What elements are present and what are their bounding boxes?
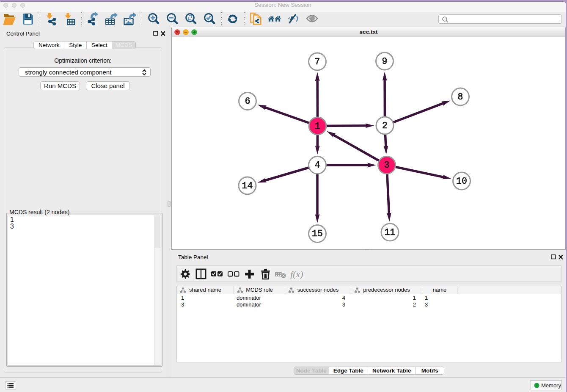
svg-text:9: 9	[382, 56, 388, 66]
svg-text:f(x): f(x)	[290, 269, 303, 279]
svg-text:4: 4	[315, 160, 320, 170]
svg-text:15: 15	[312, 229, 323, 239]
svg-text:10: 10	[456, 176, 467, 186]
svg-text:11: 11	[385, 227, 396, 237]
svg-text:2: 2	[382, 121, 388, 131]
svg-text:1: 1	[315, 121, 320, 131]
svg-text:3: 3	[384, 160, 390, 170]
svg-text:14: 14	[242, 181, 253, 191]
svg-text:8: 8	[458, 92, 463, 102]
svg-text:6: 6	[245, 96, 250, 106]
svg-text:7: 7	[315, 57, 320, 67]
